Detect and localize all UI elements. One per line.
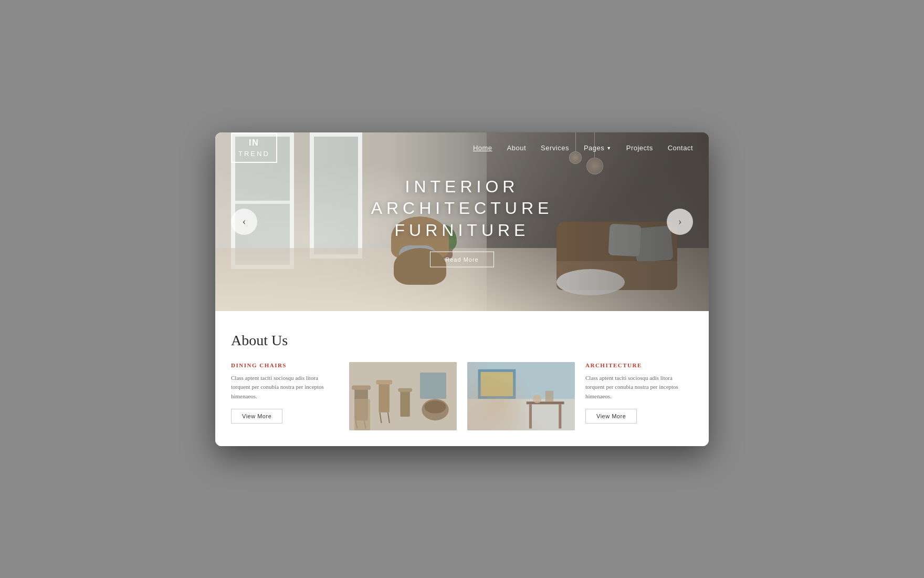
- nav-projects[interactable]: Projects: [626, 144, 653, 152]
- prev-arrow-icon: ‹: [243, 215, 246, 228]
- nav-pages-label: Pages: [584, 144, 604, 152]
- svg-rect-5: [379, 383, 390, 412]
- svg-rect-10: [398, 388, 412, 391]
- svg-line-4: [364, 420, 366, 428]
- hero-text-block: INTERIOR ARCHITECTURE FURNITURE Read Mor…: [339, 176, 585, 267]
- nav-about[interactable]: About: [507, 144, 526, 152]
- svg-rect-17: [527, 401, 564, 404]
- navbar: IN TREND Home About Services Pages ▼ Pro…: [215, 132, 709, 164]
- hero-section: IN TREND Home About Services Pages ▼ Pro…: [215, 132, 709, 311]
- logo-in: IN: [238, 137, 270, 149]
- architecture-text: Class aptent taciti sociosqu adis litora…: [585, 374, 693, 401]
- svg-point-20: [533, 394, 541, 402]
- hero-title: INTERIOR ARCHITECTURE FURNITURE: [339, 176, 585, 241]
- svg-rect-15: [478, 369, 516, 398]
- svg-point-12: [425, 400, 446, 414]
- about-section: About Us DINING CHAIRS Class aptent taci…: [215, 311, 709, 446]
- dining-text: Class aptent taciti sociosqu adis litora…: [231, 374, 339, 401]
- about-image-1: [349, 362, 457, 430]
- nav-services[interactable]: Services: [541, 144, 569, 152]
- svg-rect-14: [467, 399, 575, 430]
- next-arrow-icon: ›: [678, 215, 682, 228]
- about-image-1-svg: [349, 362, 457, 430]
- about-grid: DINING CHAIRS Class aptent taciti socios…: [231, 362, 693, 430]
- svg-rect-21: [545, 390, 553, 401]
- logo[interactable]: IN TREND: [231, 133, 277, 163]
- svg-rect-16: [481, 371, 513, 396]
- architecture-view-more-button[interactable]: View More: [585, 409, 637, 424]
- about-image-2: [467, 362, 575, 430]
- hero-cta-button[interactable]: Read More: [430, 252, 494, 267]
- dining-category: DINING CHAIRS: [231, 362, 339, 368]
- hero-title-line1: INTERIOR ARCHITECTURE: [339, 176, 585, 219]
- about-card-architecture: ARCHITECTURE Class aptent taciti sociosq…: [585, 362, 693, 424]
- hero-title-line2: FURNITURE: [339, 219, 585, 241]
- nav-home[interactable]: Home: [473, 144, 492, 152]
- svg-rect-1: [354, 388, 368, 420]
- nav-contact[interactable]: Contact: [668, 144, 693, 152]
- browser-window: IN TREND Home About Services Pages ▼ Pro…: [215, 132, 709, 446]
- svg-rect-6: [376, 380, 392, 384]
- architecture-category: ARCHITECTURE: [585, 362, 693, 368]
- nav-pages[interactable]: Pages ▼: [584, 144, 612, 152]
- about-card-dining: DINING CHAIRS Class aptent taciti socios…: [231, 362, 339, 424]
- about-image-2-svg: [467, 362, 575, 430]
- svg-rect-19: [559, 404, 561, 428]
- carousel-prev-button[interactable]: ‹: [231, 209, 257, 235]
- svg-rect-13: [467, 362, 575, 430]
- nav-links: Home About Services Pages ▼ Projects Con…: [473, 144, 693, 152]
- dining-view-more-button[interactable]: View More: [231, 409, 282, 424]
- about-title: About Us: [231, 332, 693, 349]
- svg-rect-9: [400, 390, 410, 416]
- svg-line-3: [355, 420, 357, 428]
- pages-dropdown-arrow: ▼: [606, 146, 611, 151]
- carousel-next-button[interactable]: ›: [667, 209, 693, 235]
- svg-rect-2: [352, 385, 371, 389]
- logo-trend: TREND: [238, 149, 270, 159]
- svg-rect-18: [529, 404, 532, 428]
